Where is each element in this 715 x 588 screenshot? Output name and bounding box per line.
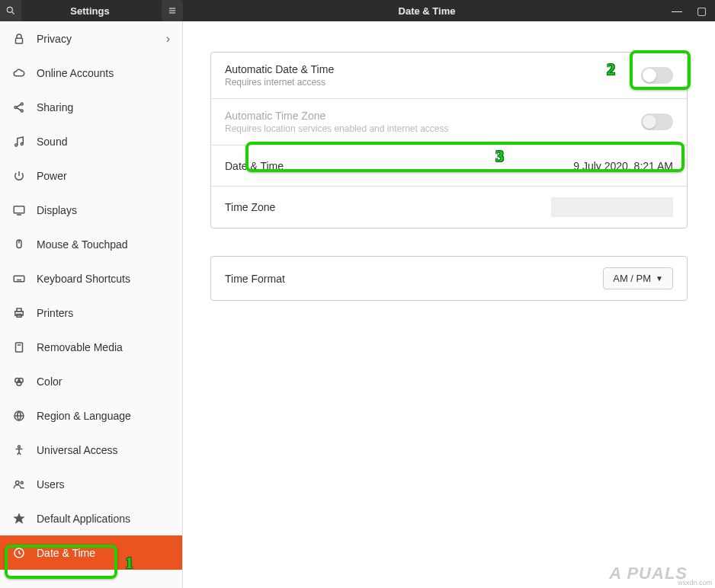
sidebar-item-online-accounts[interactable]: Online Accounts [0, 56, 182, 90]
minimize-button[interactable]: — [671, 5, 683, 17]
sidebar-item-displays[interactable]: Displays [0, 193, 182, 227]
sidebar-item-label: Universal Access [37, 444, 170, 456]
sidebar-item-label: Power [37, 170, 170, 182]
window-controls: — ▢ [671, 5, 715, 17]
svg-rect-17 [14, 276, 24, 282]
auto-datetime-sub: Requires internet access [225, 77, 641, 88]
watermark: A PUALS [609, 564, 688, 583]
hamburger-icon [167, 5, 178, 16]
auto-timezone-title: Automatic Time Zone [225, 110, 641, 122]
power-icon [12, 169, 26, 183]
clock-icon [12, 546, 26, 560]
color-icon [12, 375, 26, 388]
mouse-icon [12, 238, 26, 251]
drive-icon [12, 340, 26, 354]
search-icon [5, 5, 16, 16]
auto-datetime-row[interactable]: Automatic Date & Time Requires internet … [211, 53, 687, 99]
globe-icon [12, 409, 26, 423]
lock-icon [12, 32, 26, 46]
hamburger-button[interactable] [162, 0, 183, 21]
keyboard-icon [12, 272, 26, 286]
svg-point-12 [21, 142, 23, 145]
sidebar-item-users[interactable]: Users [0, 467, 182, 501]
svg-point-0 [7, 7, 12, 12]
svg-line-1 [12, 12, 14, 14]
sidebar-item-label: Default Applications [37, 513, 170, 525]
sidebar-item-label: Users [37, 478, 170, 491]
auto-timezone-toggle [641, 113, 673, 130]
datetime-title: Date & Time [225, 160, 573, 172]
sidebar-item-label: Mouse & Touchpad [37, 238, 170, 251]
svg-point-31 [18, 446, 21, 448]
sidebar-item-label: Sharing [37, 101, 170, 113]
share-icon [12, 101, 26, 114]
content-area: Automatic Date & Time Requires internet … [183, 21, 715, 588]
auto-datetime-title: Automatic Date & Time [225, 63, 641, 75]
cloud-icon [12, 66, 26, 80]
sidebar-item-label: Online Accounts [37, 67, 170, 79]
maximize-button[interactable]: ▢ [695, 5, 707, 17]
sidebar-item-label: Removable Media [37, 341, 170, 353]
sidebar-item-mouse[interactable]: Mouse & Touchpad [0, 227, 182, 261]
person-icon [12, 443, 26, 457]
datetime-row[interactable]: Date & Time 9 July 2020, 8:21 AM [211, 145, 687, 187]
timezone-row[interactable]: Time Zone [211, 187, 687, 228]
auto-datetime-toggle[interactable] [641, 67, 673, 84]
printer-icon [12, 306, 26, 320]
timeformat-row: Time Format AM / PM ▼ [211, 257, 687, 300]
svg-rect-25 [16, 343, 23, 352]
svg-point-7 [21, 103, 23, 105]
sidebar-item-label: Keyboard Shortcuts [37, 273, 170, 285]
timezone-title: Time Zone [225, 201, 551, 213]
svg-rect-5 [16, 38, 23, 43]
users-icon [12, 478, 26, 491]
sidebar-item-default-apps[interactable]: Default Applications [0, 501, 182, 535]
sidebar-item-power[interactable]: Power [0, 158, 182, 193]
timeformat-value: AM / PM [613, 273, 651, 284]
sidebar: Privacy › Online Accounts Sharing Sound … [0, 21, 183, 588]
sidebar-item-region[interactable]: Region & Language [0, 398, 182, 433]
sidebar-item-label: Sound [37, 136, 170, 148]
dropdown-arrow-icon: ▼ [656, 274, 663, 283]
timeformat-title: Time Format [225, 273, 603, 285]
chevron-right-icon: › [166, 32, 170, 46]
svg-point-6 [14, 106, 17, 108]
sidebar-item-label: Color [37, 375, 170, 388]
svg-line-9 [17, 104, 21, 107]
svg-point-32 [16, 481, 20, 484]
sidebar-item-printers[interactable]: Printers [0, 296, 182, 330]
svg-point-33 [21, 481, 23, 484]
sidebar-item-removable[interactable]: Removable Media [0, 330, 182, 364]
sidebar-item-color[interactable]: Color [0, 364, 182, 398]
app-title: Settings [21, 5, 159, 17]
svg-rect-13 [14, 206, 24, 213]
svg-point-11 [15, 144, 18, 146]
sidebar-item-keyboard[interactable]: Keyboard Shortcuts [0, 261, 182, 296]
svg-rect-23 [17, 308, 21, 312]
sidebar-item-sound[interactable]: Sound [0, 124, 182, 158]
titlebar: Settings Date & Time — ▢ [0, 0, 715, 21]
svg-point-8 [21, 110, 23, 112]
search-button[interactable] [0, 0, 21, 21]
sidebar-item-sharing[interactable]: Sharing [0, 90, 182, 124]
datetime-value: 9 July 2020, 8:21 AM [573, 160, 673, 172]
sidebar-item-label: Displays [37, 204, 170, 216]
datetime-panel: Automatic Date & Time Requires internet … [210, 52, 688, 228]
svg-line-10 [17, 107, 21, 110]
sidebar-item-universal[interactable]: Universal Access [0, 433, 182, 467]
window-title: Date & Time [183, 5, 671, 17]
sidebar-item-privacy[interactable]: Privacy › [0, 21, 182, 56]
timezone-value-redacted [551, 197, 673, 217]
sidebar-item-label: Printers [37, 307, 170, 319]
sidebar-item-label: Region & Language [37, 410, 170, 422]
sidebar-item-label: Privacy [37, 33, 156, 45]
display-icon [12, 203, 26, 217]
star-icon [12, 512, 26, 526]
timeformat-select[interactable]: AM / PM ▼ [603, 267, 673, 289]
music-icon [12, 135, 26, 149]
auto-timezone-row: Automatic Time Zone Requires location se… [211, 99, 687, 145]
timeformat-panel: Time Format AM / PM ▼ [210, 256, 688, 301]
credit: wsxdn.com [678, 579, 712, 586]
sidebar-item-date-time[interactable]: Date & Time [0, 535, 182, 570]
sidebar-item-label: Date & Time [37, 547, 170, 559]
